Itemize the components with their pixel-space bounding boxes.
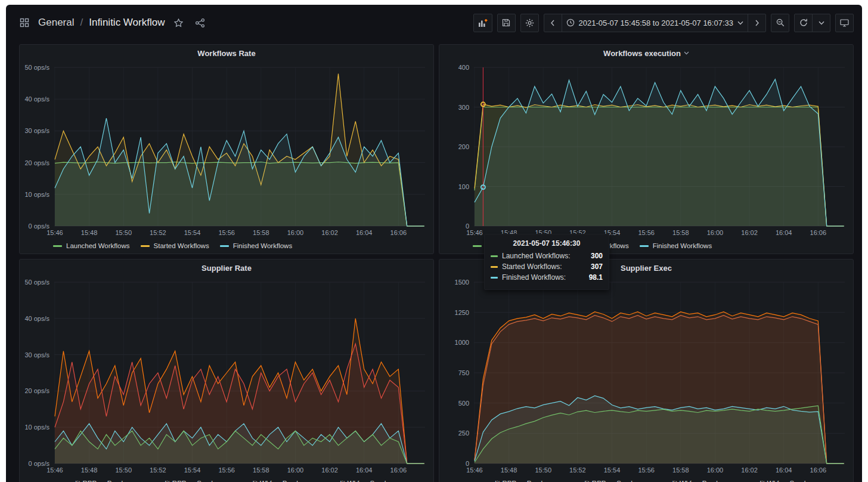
panel-title[interactable]: Workflows execution: [603, 49, 681, 58]
svg-text:15:48: 15:48: [501, 466, 517, 474]
panel-menu-caret-icon[interactable]: [684, 51, 689, 55]
svg-text:15:58: 15:58: [672, 229, 689, 236]
legend-item[interactable]: …dit-Wkf — Send…: [318, 480, 393, 482]
share-icon[interactable]: [192, 15, 207, 30]
svg-text:300: 300: [458, 104, 469, 111]
panel-header[interactable]: Workflows execution: [439, 45, 853, 61]
monitor-icon: [840, 18, 849, 27]
legend-item[interactable]: Finished Workflows: [220, 242, 293, 249]
legend-item[interactable]: …dit-Wkf — Send…: [737, 480, 813, 482]
chart-canvas[interactable]: 15:4615:4815:5015:5215:5415:5615:5816:00…: [20, 276, 433, 475]
dashboard-settings-button[interactable]: [520, 14, 539, 32]
legend-series-label: …dit-Wkf — Purch…: [664, 480, 727, 482]
legend-item[interactable]: …dit-RPP — Send…: [142, 480, 219, 482]
panel-header[interactable]: Workflows Rate: [20, 45, 433, 61]
svg-text:15:46: 15:46: [466, 466, 483, 474]
tooltip-series-label: Started Workflows:: [502, 262, 591, 271]
time-picker-group: 2021-05-07 15:45:58 to 2021-05-07 16:07:…: [544, 14, 767, 32]
legend-item[interactable]: …dit-RPP — Purch…: [473, 480, 551, 482]
svg-text:16:00: 16:00: [287, 229, 304, 236]
panel-title[interactable]: Workflows Rate: [197, 49, 255, 58]
legend-item[interactable]: Started Workflows: [141, 242, 209, 249]
dashboard-title[interactable]: Infinitic Workflow: [89, 17, 165, 29]
plot-area[interactable]: 15:4615:4815:5015:5215:5415:5615:5816:00…: [20, 276, 433, 475]
time-shift-forward-button[interactable]: [748, 14, 766, 32]
cycle-view-mode-button[interactable]: [835, 14, 854, 32]
svg-text:30 ops/s: 30 ops/s: [24, 351, 49, 359]
tooltip-rows: Launched Workflows:300Started Workflows:…: [491, 252, 603, 282]
svg-text:0: 0: [466, 460, 469, 467]
svg-text:16:02: 16:02: [741, 229, 758, 236]
breadcrumb-separator: /: [80, 17, 83, 29]
tooltip-series-value: 98.1: [589, 273, 603, 282]
chart-canvas[interactable]: 15:4615:4815:5015:5215:5415:5615:5816:00…: [20, 61, 433, 238]
svg-text:16:06: 16:06: [810, 229, 827, 236]
svg-text:1500: 1500: [455, 279, 469, 286]
refresh-button[interactable]: [794, 14, 813, 32]
plot-area[interactable]: 15:4615:4815:5015:5215:5415:5615:5816:00…: [439, 276, 853, 475]
svg-text:16:02: 16:02: [321, 229, 338, 236]
dashboards-grid-icon[interactable]: [17, 15, 32, 30]
svg-text:16:00: 16:00: [707, 466, 724, 474]
svg-text:400: 400: [458, 64, 469, 71]
legend-item[interactable]: …dit-RPP — Send…: [562, 480, 639, 482]
svg-text:15:58: 15:58: [672, 466, 689, 474]
legend-series-color: [220, 245, 229, 247]
panel-legend: …dit-RPP — Purch……dit-RPP — Send……dit-Wk…: [20, 475, 433, 482]
svg-text:15:52: 15:52: [150, 466, 166, 474]
panel-legend: …dit-RPP — Purch……dit-RPP — Send……dit-Wk…: [439, 475, 853, 482]
svg-text:15:54: 15:54: [604, 466, 621, 474]
svg-text:15:54: 15:54: [184, 229, 201, 236]
svg-text:40 ops/s: 40 ops/s: [24, 95, 49, 103]
plot-area[interactable]: 15:4615:4815:5015:5215:5415:5615:5816:00…: [439, 61, 853, 238]
legend-item[interactable]: Finished Workflows: [640, 242, 712, 249]
legend-series-color: [473, 245, 482, 247]
tooltip-series-value: 300: [591, 252, 603, 260]
chart-canvas[interactable]: 15:4615:4815:5015:5215:5415:5615:5816:00…: [439, 61, 853, 238]
legend-item[interactable]: …dit-Wkf — Purch…: [231, 480, 308, 482]
panel-title[interactable]: Supplier Rate: [202, 264, 252, 273]
zoom-out-time-button[interactable]: [771, 14, 789, 32]
legend-item[interactable]: Launched Workflows: [53, 242, 130, 249]
panel-legend: Launched WorkflowsStarted WorkflowsFinis…: [20, 238, 433, 254]
legend-series-label: Launched Workflows: [66, 242, 130, 249]
legend-series-color: [640, 245, 649, 247]
tooltip-row: Finished Workflows:98.1: [491, 273, 603, 282]
panel-workflows-rate: Workflows Rate 15:4615:4815:5015:5215:54…: [19, 44, 434, 254]
legend-series-color: [53, 245, 62, 247]
breadcrumb: General / Infinitic Workflow: [38, 17, 165, 29]
time-shift-back-button[interactable]: [544, 14, 562, 32]
refresh-interval-dropdown[interactable]: [812, 14, 830, 32]
breadcrumb-folder[interactable]: General: [38, 17, 74, 29]
panel-supplier-rate: Supplier Rate 15:4615:4815:5015:5215:541…: [19, 259, 434, 482]
svg-text:30 ops/s: 30 ops/s: [24, 127, 49, 134]
svg-text:750: 750: [458, 369, 469, 376]
panel-title[interactable]: Supplier Exec: [621, 264, 672, 273]
svg-text:16:04: 16:04: [776, 466, 792, 474]
panel-header[interactable]: Supplier Rate: [20, 259, 433, 276]
svg-text:1250: 1250: [455, 309, 469, 316]
svg-text:16:02: 16:02: [741, 466, 758, 474]
chart-tooltip: 2021-05-07 15:46:30 Launched Workflows:3…: [484, 234, 609, 290]
svg-text:0 ops/s: 0 ops/s: [29, 223, 50, 230]
svg-text:15:56: 15:56: [638, 466, 655, 474]
time-range-picker-button[interactable]: 2021-05-07 15:45:58 to 2021-05-07 16:07:…: [562, 14, 749, 32]
legend-series-label: …dit-RPP — Send…: [156, 480, 219, 482]
refresh-group: [794, 14, 830, 32]
svg-text:0: 0: [466, 223, 469, 230]
plot-area[interactable]: 15:4615:4815:5015:5215:5415:5615:5816:00…: [20, 61, 433, 238]
chart-canvas[interactable]: 15:4615:4815:5015:5215:5415:5615:5816:00…: [439, 276, 853, 475]
legend-item[interactable]: …dit-Wkf — Purch…: [650, 480, 727, 482]
save-dashboard-button[interactable]: [497, 14, 516, 32]
svg-text:16:00: 16:00: [287, 466, 304, 474]
legend-series-label: Started Workflows: [154, 242, 209, 249]
star-icon[interactable]: [170, 15, 186, 30]
legend-series-label: …dit-Wkf — Send…: [751, 480, 813, 482]
panel-workflows-execution: Workflows execution 15:4615:4815:5015:52…: [439, 44, 854, 254]
svg-text:200: 200: [458, 143, 469, 150]
legend-series-label: Finished Workflows: [653, 242, 712, 249]
add-panel-button[interactable]: [473, 14, 492, 32]
legend-item[interactable]: …dit-RPP — Purch…: [53, 480, 132, 482]
svg-text:15:54: 15:54: [184, 466, 201, 474]
svg-text:15:58: 15:58: [253, 229, 269, 236]
